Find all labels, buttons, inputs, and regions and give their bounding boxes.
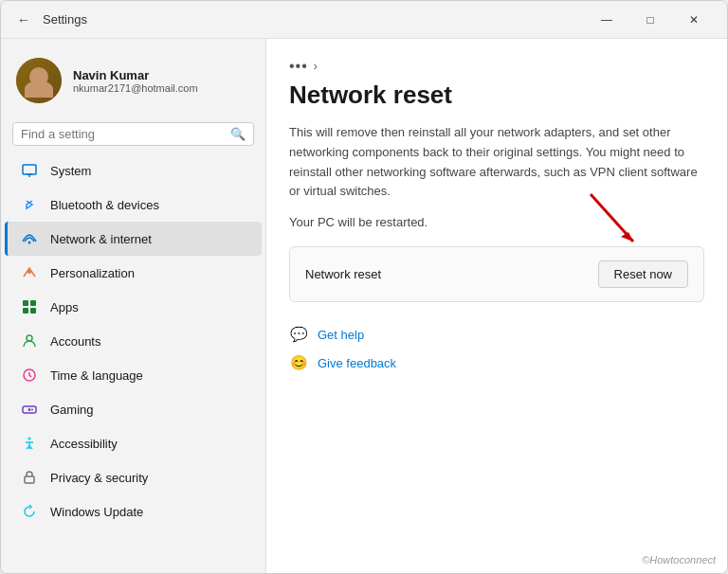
- accessibility-icon: [20, 434, 39, 453]
- bluetooth-icon: [20, 195, 39, 214]
- accounts-icon: [20, 332, 39, 350]
- sidebar-item-privacy[interactable]: Privacy & security: [5, 460, 262, 494]
- sidebar-item-network[interactable]: Network & internet: [5, 222, 262, 256]
- svg-rect-8: [30, 308, 36, 314]
- watermark: ©Howtoconnect: [642, 554, 716, 565]
- sidebar-item-label-apps: Apps: [50, 300, 79, 314]
- sidebar-item-label-personalization: Personalization: [50, 266, 135, 280]
- give-feedback-label: Give feedback: [318, 356, 396, 370]
- give-feedback-icon: 😊: [289, 353, 308, 372]
- close-button[interactable]: ✕: [672, 5, 716, 35]
- back-button[interactable]: ←: [12, 9, 35, 31]
- breadcrumb-dots: •••: [289, 58, 308, 75]
- title-bar: ← Settings — □ ✕: [1, 1, 727, 39]
- help-links: 💬 Get help 😊 Give feedback: [289, 325, 704, 372]
- breadcrumb-chevron: ›: [314, 60, 318, 73]
- svg-point-14: [31, 409, 33, 411]
- get-help-link[interactable]: 💬 Get help: [289, 325, 704, 344]
- svg-rect-6: [30, 300, 36, 306]
- window-controls: — □ ✕: [585, 5, 716, 35]
- sidebar-item-label-time: Time & language: [50, 368, 143, 383]
- sidebar: Navin Kumar nkumar2171@hotmail.com 🔍 Sys…: [1, 39, 266, 573]
- sidebar-item-gaming[interactable]: Gaming: [5, 392, 262, 426]
- apps-icon: [20, 297, 39, 316]
- svg-rect-16: [25, 476, 34, 483]
- avatar: [16, 58, 62, 103]
- privacy-icon: [20, 468, 39, 487]
- avatar-image: [16, 58, 62, 103]
- svg-rect-7: [23, 308, 28, 314]
- sidebar-item-label-system: System: [50, 164, 91, 178]
- restart-notice: Your PC will be restarted.: [289, 215, 704, 229]
- arrow-container: Network reset Reset now: [289, 246, 704, 302]
- main-layout: Navin Kumar nkumar2171@hotmail.com 🔍 Sys…: [1, 39, 727, 573]
- give-feedback-link[interactable]: 😊 Give feedback: [289, 353, 704, 372]
- gaming-icon: [20, 400, 39, 419]
- user-email: nkumar2171@hotmail.com: [73, 82, 198, 94]
- reset-now-button[interactable]: Reset now: [598, 260, 688, 288]
- search-box[interactable]: 🔍: [12, 122, 254, 146]
- sidebar-item-accounts[interactable]: Accounts: [5, 324, 262, 358]
- user-profile[interactable]: Navin Kumar nkumar2171@hotmail.com: [1, 46, 265, 115]
- sidebar-item-label-accessibility: Accessibility: [50, 437, 118, 451]
- svg-rect-0: [23, 165, 36, 174]
- get-help-label: Get help: [318, 328, 364, 342]
- svg-rect-5: [23, 300, 28, 306]
- svg-point-9: [27, 335, 32, 341]
- reset-card: Network reset Reset now: [289, 246, 704, 302]
- maximize-button[interactable]: □: [628, 5, 672, 35]
- sidebar-item-personalization[interactable]: Personalization: [5, 256, 262, 290]
- reset-card-label: Network reset: [305, 267, 381, 281]
- sidebar-item-label-accounts: Accounts: [50, 334, 100, 349]
- network-icon: [20, 229, 39, 248]
- svg-point-15: [28, 438, 31, 440]
- system-icon: [20, 161, 39, 180]
- svg-point-4: [27, 270, 31, 274]
- sidebar-item-label-privacy: Privacy & security: [50, 471, 148, 485]
- sidebar-item-accessibility[interactable]: Accessibility: [5, 426, 262, 460]
- user-info: Navin Kumar nkumar2171@hotmail.com: [73, 68, 198, 94]
- time-icon: [20, 366, 39, 385]
- window-title: Settings: [43, 12, 585, 27]
- user-name: Navin Kumar: [73, 68, 198, 82]
- sidebar-item-bluetooth[interactable]: Bluetooth & devices: [5, 188, 262, 222]
- sidebar-item-update[interactable]: Windows Update: [5, 494, 262, 529]
- search-input[interactable]: [21, 127, 225, 141]
- sidebar-item-system[interactable]: System: [5, 153, 262, 188]
- sidebar-item-time[interactable]: Time & language: [5, 358, 262, 392]
- content-area: ••• › Network reset This will remove the…: [266, 39, 727, 573]
- svg-point-3: [28, 242, 31, 244]
- breadcrumb: ••• ›: [289, 58, 704, 75]
- search-icon: 🔍: [230, 127, 246, 141]
- minimize-button[interactable]: —: [585, 5, 628, 35]
- svg-marker-18: [621, 232, 633, 242]
- nav-list: System Bluetooth & devices Network & int…: [1, 153, 265, 529]
- sidebar-item-label-update: Windows Update: [50, 505, 143, 519]
- sidebar-item-label-bluetooth: Bluetooth & devices: [50, 198, 159, 212]
- sidebar-item-label-gaming: Gaming: [50, 403, 94, 417]
- sidebar-item-label-network: Network & internet: [50, 232, 152, 246]
- sidebar-item-apps[interactable]: Apps: [5, 290, 262, 324]
- personalization-icon: [20, 263, 39, 282]
- update-icon: [20, 502, 39, 521]
- page-title: Network reset: [289, 81, 704, 110]
- description-text: This will remove then reinstall all your…: [289, 123, 704, 202]
- settings-window: ← Settings — □ ✕ Navin Kumar nkumar2171@…: [0, 0, 728, 574]
- get-help-icon: 💬: [289, 325, 308, 344]
